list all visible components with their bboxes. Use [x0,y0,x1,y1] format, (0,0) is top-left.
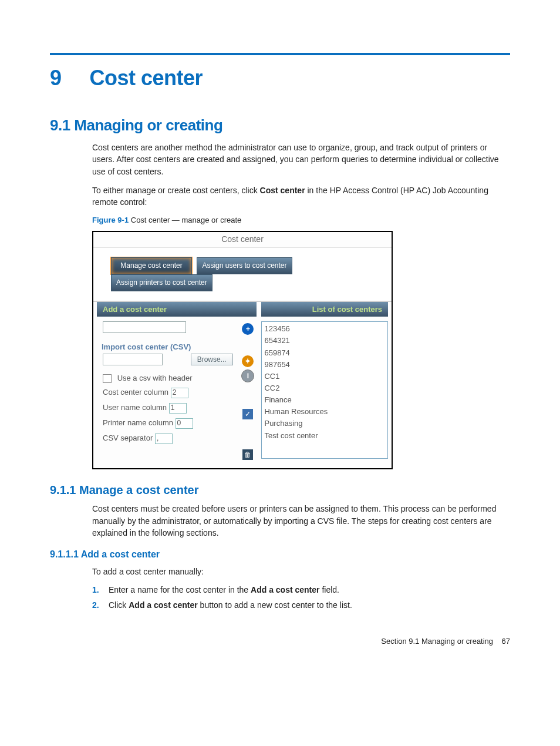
printer-name-column-label: Printer name column [103,419,173,428]
section-9-1-1-heading: 9.1.1 Manage a cost center [50,483,510,497]
cost-center-listbox[interactable]: 123456 654321 659874 987654 CC1 CC2 Fina… [261,321,388,459]
top-rule [50,53,510,55]
screenshot-tab-bar: Manage cost center Assign users to cost … [93,248,392,302]
panel-list-header: List of cost centers [261,302,388,317]
section-9-1-para-1: Cost centers are another method the admi… [92,142,510,177]
import-cost-center-title: Import cost center (CSV) [102,342,257,351]
add-cost-center-steps: 1. Enter a name for the cost center in t… [92,585,510,610]
printer-name-column-input[interactable]: 0 [176,418,193,429]
use-csv-header-label: Use a csv with header [117,374,193,382]
list-item[interactable]: Purchasing [264,418,385,429]
csv-separator-input[interactable]: , [155,434,173,444]
delete-icon[interactable]: 🗑 [242,449,253,460]
browse-button[interactable]: Browse... [191,354,233,365]
csv-separator-label: CSV separator [103,434,153,443]
section-9-1-heading: 9.1 Managing or creating [50,116,510,135]
section-9-1-1-1-heading: 9.1.1.1 Add a cost center [50,549,510,560]
cost-center-column-input[interactable]: 2 [171,388,188,398]
figure-caption: Figure 9-1 Cost center — manage or creat… [92,215,510,226]
list-item[interactable]: 654321 [264,335,385,347]
list-item[interactable]: 987654 [264,359,385,371]
chapter-heading: 9 Cost center [50,66,510,90]
panel-add-cost-center-header: Add a cost center [97,302,257,317]
step-2: 2. Click Add a cost center button to add… [92,600,510,610]
screenshot-title: Cost center [93,232,392,248]
list-item[interactable]: Test cost center [264,430,385,442]
tab-assign-printers[interactable]: Assign printers to cost center [111,274,212,291]
cost-center-column-label: Cost center column [103,388,168,397]
screenshot-cost-center: Cost center Manage cost center Assign us… [92,231,393,469]
page-footer: Section 9.1 Managing or creating 67 [50,637,510,646]
info-icon[interactable]: i [241,369,254,382]
list-item[interactable]: 123456 [264,323,385,335]
footer-section-ref: Section 9.1 Managing or creating [381,637,493,646]
import-file-input[interactable] [103,354,163,365]
chapter-title: Cost center [90,66,203,90]
add-cost-center-intro: To add a cost center manually: [92,566,510,577]
figure-label: Figure 9-1 [92,216,129,224]
chapter-number: 9 [50,66,84,90]
use-csv-header-checkbox[interactable] [103,374,112,383]
user-name-column-label: User name column [103,404,167,412]
section-9-1-para-2: To either manage or create cost centers,… [92,184,510,209]
tab-manage-cost-center[interactable]: Manage cost center [111,257,192,274]
apply-icon[interactable]: ✓ [242,409,253,419]
tab-assign-users[interactable]: Assign users to cost center [197,257,292,274]
footer-page-number: 67 [502,637,510,646]
add-cost-center-icon[interactable]: + [242,323,254,335]
add-cost-center-input[interactable] [103,321,186,333]
import-go-icon[interactable]: ✦ [242,355,254,367]
list-item[interactable]: Finance [264,394,385,406]
list-item[interactable]: Human Resources [264,406,385,418]
list-item[interactable]: 659874 [264,347,385,359]
list-item[interactable]: CC2 [264,382,385,394]
list-item[interactable]: CC1 [264,371,385,382]
section-9-1-1-para: Cost centers must be created before user… [92,503,510,539]
step-1: 1. Enter a name for the cost center in t… [92,585,510,594]
user-name-column-input[interactable]: 1 [169,403,187,414]
